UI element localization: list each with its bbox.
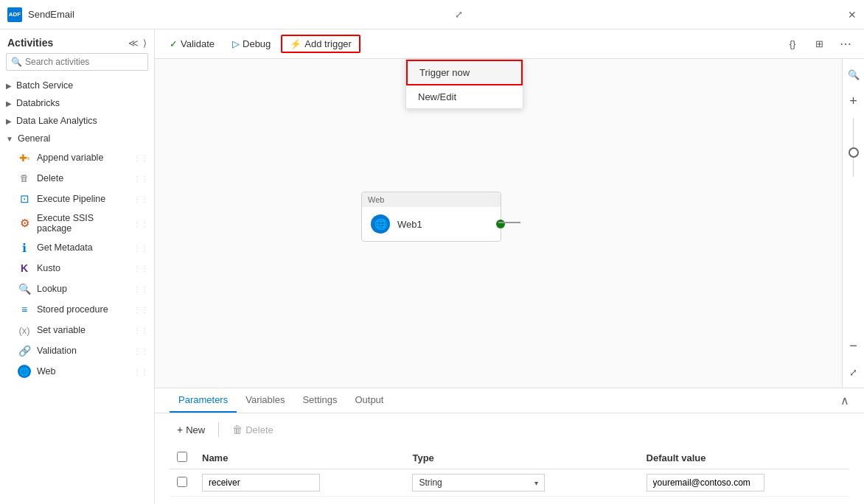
search-input[interactable] — [25, 57, 143, 67]
add-trigger-button[interactable]: ⚡ Add trigger — [281, 35, 360, 53]
drag-handle: ⋮⋮ — [133, 326, 148, 335]
sidebar-item-label: Stored procedure — [37, 304, 108, 315]
sidebar-item-label: Get Metadata — [37, 242, 93, 253]
sidebar-category-databricks[interactable]: ▶ Databricks — [0, 94, 154, 112]
type-value: String — [419, 477, 442, 488]
sidebar-category-label: General — [18, 133, 50, 144]
name-input[interactable] — [202, 474, 320, 491]
type-select[interactable]: String ▾ — [412, 474, 545, 491]
chevron-icon: ▼ — [6, 135, 13, 143]
sidebar-item-execute-pipeline[interactable]: ⊡ Execute Pipeline ⋮⋮ — [0, 189, 154, 209]
trigger-now-item[interactable]: Trigger now — [406, 60, 523, 85]
close-icon[interactable]: ✕ — [848, 9, 857, 21]
dropdown-menu: Trigger now New/Edit — [405, 59, 523, 109]
tab-output[interactable]: Output — [346, 388, 392, 413]
trigger-now-label: Trigger now — [419, 67, 470, 78]
search-right-btn[interactable]: 🔍 — [844, 65, 863, 84]
new-edit-item[interactable]: New/Edit — [406, 85, 523, 108]
table-row: String ▾ — [170, 469, 849, 497]
sidebar-category-label: Batch Service — [16, 80, 73, 91]
tab-parameters[interactable]: Parameters — [170, 388, 237, 413]
drag-handle: ⋮⋮ — [133, 175, 148, 183]
debug-icon: ▷ — [232, 38, 240, 49]
toolbar-right: {} ⊞ ⋯ — [781, 33, 857, 55]
drag-handle: ⋮⋮ — [133, 244, 148, 252]
search-icon: 🔍 — [11, 57, 22, 67]
drag-handle: ⋮⋮ — [133, 265, 148, 273]
tab-settings-label: Settings — [302, 394, 337, 405]
sidebar-item-label: Kusto — [37, 263, 60, 273]
params-table: Name Type Default value — [170, 447, 849, 497]
append-variable-icon: ✚x — [18, 151, 31, 164]
canvas-node[interactable]: Web 🌐 Web1 — [361, 192, 501, 242]
sidebar-item-label: Execute Pipeline — [37, 194, 105, 204]
node-web-icon: 🌐 — [371, 214, 390, 234]
drag-handle: ⋮⋮ — [133, 368, 148, 376]
sidebar-item-label: Append variable — [37, 153, 103, 163]
sidebar-item-label: Lookup — [37, 284, 67, 294]
zoom-handle[interactable] — [849, 147, 859, 158]
new-edit-label: New/Edit — [418, 91, 456, 102]
drag-handle: ⋮⋮ — [133, 347, 148, 355]
zoom-out-btn[interactable]: − — [844, 336, 863, 355]
tab-output-label: Output — [355, 394, 383, 405]
sidebar-item-set-variable[interactable]: (x) Set variable ⋮⋮ — [0, 320, 154, 340]
debug-label: Debug — [243, 38, 271, 49]
tab-variables-label: Variables — [245, 394, 285, 405]
name-cell — [195, 469, 405, 497]
drag-handle: ⋮⋮ — [133, 285, 148, 293]
pin-icon[interactable]: ⟩ — [143, 38, 147, 49]
row-checkbox[interactable] — [177, 477, 187, 487]
add-trigger-label: Add trigger — [304, 38, 352, 49]
delete-param-button[interactable]: 🗑 Delete — [225, 421, 281, 438]
validation-icon: 🔗 — [18, 344, 31, 357]
new-param-button[interactable]: + New — [170, 421, 212, 438]
delete-icon: 🗑 — [232, 424, 243, 435]
sidebar-item-validation[interactable]: 🔗 Validation ⋮⋮ — [0, 340, 154, 361]
bottom-tabs: Parameters Variables Settings Output ∧ — [155, 388, 864, 413]
right-panel: 🔍 + − ⤢ — [842, 59, 864, 388]
sidebar-item-execute-ssis[interactable]: ⚙ Execute SSIS package ⋮⋮ — [0, 209, 154, 237]
sidebar-item-label: Web — [37, 366, 55, 377]
sidebar-item-delete[interactable]: 🗑 Delete ⋮⋮ — [0, 168, 154, 189]
col-type: Type — [405, 447, 638, 469]
lookup-icon: 🔍 — [18, 282, 31, 295]
sidebar-item-kusto[interactable]: K Kusto ⋮⋮ — [0, 258, 154, 279]
sidebar-category-datalake[interactable]: ▶ Data Lake Analytics — [0, 112, 154, 130]
code-icon-btn[interactable]: {} — [781, 33, 804, 55]
validate-button[interactable]: ✓ Validate — [162, 35, 222, 53]
fit-btn[interactable]: ⤢ — [844, 363, 863, 382]
sidebar-item-get-metadata[interactable]: ℹ Get Metadata ⋮⋮ — [0, 237, 154, 258]
sidebar-item-lookup[interactable]: 🔍 Lookup ⋮⋮ — [0, 279, 154, 299]
sidebar-item-label: Delete — [37, 173, 63, 183]
expand-icon[interactable]: ⤢ — [455, 9, 463, 20]
select-all-checkbox[interactable] — [177, 452, 187, 462]
zoom-in-btn[interactable]: + — [844, 91, 863, 111]
delete-icon: 🗑 — [18, 172, 31, 185]
tab-variables[interactable]: Variables — [237, 388, 293, 413]
tab-settings[interactable]: Settings — [293, 388, 346, 413]
sidebar-title: Activities — [7, 37, 53, 49]
debug-button[interactable]: ▷ Debug — [225, 35, 278, 53]
collapse-panel-btn[interactable]: ∧ — [840, 393, 849, 407]
sidebar-category-batch[interactable]: ▶ Batch Service — [0, 77, 154, 94]
sidebar-item-stored-procedure[interactable]: ≡ Stored procedure ⋮⋮ — [0, 299, 154, 320]
node-header: Web — [362, 192, 501, 207]
sidebar-category-general[interactable]: ▼ General — [0, 130, 154, 147]
sidebar-item-label: Validation — [37, 346, 77, 356]
sidebar-header: Activities ≪ ⟩ — [0, 29, 154, 53]
chevron-icon: ▶ — [6, 117, 12, 125]
collapse-icon[interactable]: ≪ — [128, 38, 139, 49]
sidebar-category-label: Databricks — [16, 98, 60, 108]
zoom-line — [853, 118, 854, 177]
sidebar-item-web[interactable]: 🌐 Web ⋮⋮ — [0, 361, 154, 382]
validate-icon: ✓ — [170, 38, 178, 49]
default-value-input[interactable] — [647, 474, 764, 491]
tab-parameters-label: Parameters — [178, 394, 228, 405]
sidebar-item-append-variable[interactable]: ✚x Append variable ⋮⋮ — [0, 147, 154, 168]
zoom-bar — [498, 222, 520, 223]
more-options-btn[interactable]: ⋯ — [835, 33, 857, 55]
canvas-area: ✓ Validate ▷ Debug ⚡ Add trigger {} ⊞ ⋯ … — [155, 29, 864, 504]
node-connector — [496, 220, 505, 228]
table-icon-btn[interactable]: ⊞ — [808, 33, 830, 55]
